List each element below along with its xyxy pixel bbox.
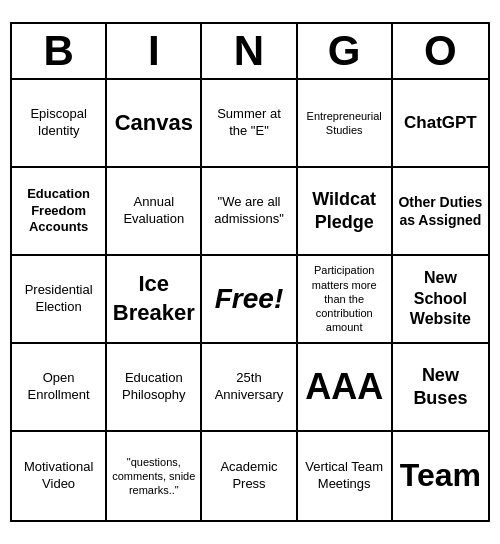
bingo-cell-5: Education Freedom Accounts bbox=[12, 168, 107, 256]
cell-text-0: Episcopal Identity bbox=[16, 106, 101, 140]
cell-text-4: ChatGPT bbox=[404, 112, 477, 134]
bingo-cell-20: Motivational Video bbox=[12, 432, 107, 520]
bingo-cell-16: Education Philosophy bbox=[107, 344, 202, 432]
cell-text-19: New Buses bbox=[397, 364, 484, 411]
cell-text-8: Wildcat Pledge bbox=[302, 188, 387, 235]
header-letter-g: G bbox=[298, 24, 393, 78]
bingo-cell-2: Summer at the "E" bbox=[202, 80, 297, 168]
cell-text-16: Education Philosophy bbox=[111, 370, 196, 404]
bingo-cell-7: "We are all admissions" bbox=[202, 168, 297, 256]
bingo-cell-10: Presidential Election bbox=[12, 256, 107, 344]
bingo-cell-13: Participation matters more than the cont… bbox=[298, 256, 393, 344]
bingo-cell-6: Annual Evaluation bbox=[107, 168, 202, 256]
bingo-cell-24: Team bbox=[393, 432, 488, 520]
bingo-cell-19: New Buses bbox=[393, 344, 488, 432]
cell-text-23: Vertical Team Meetings bbox=[302, 459, 387, 493]
bingo-cell-18: AAA bbox=[298, 344, 393, 432]
cell-text-17: 25th Anniversary bbox=[206, 370, 291, 404]
header-letter-b: B bbox=[12, 24, 107, 78]
cell-text-13: Participation matters more than the cont… bbox=[302, 263, 387, 334]
cell-text-7: "We are all admissions" bbox=[206, 194, 291, 228]
cell-text-1: Canvas bbox=[115, 109, 193, 138]
bingo-cell-0: Episcopal Identity bbox=[12, 80, 107, 168]
bingo-cell-15: Open Enrollment bbox=[12, 344, 107, 432]
cell-text-20: Motivational Video bbox=[16, 459, 101, 493]
bingo-cell-8: Wildcat Pledge bbox=[298, 168, 393, 256]
bingo-cell-21: "questions, comments, snide remarks.." bbox=[107, 432, 202, 520]
bingo-cell-4: ChatGPT bbox=[393, 80, 488, 168]
cell-text-5: Education Freedom Accounts bbox=[16, 186, 101, 237]
cell-text-3: Entrepreneurial Studies bbox=[302, 109, 387, 138]
bingo-cell-3: Entrepreneurial Studies bbox=[298, 80, 393, 168]
header-letter-n: N bbox=[202, 24, 297, 78]
bingo-card: BINGO Episcopal IdentityCanvasSummer at … bbox=[10, 22, 490, 522]
cell-text-18: AAA bbox=[305, 364, 383, 411]
cell-text-6: Annual Evaluation bbox=[111, 194, 196, 228]
bingo-cell-14: New School Website bbox=[393, 256, 488, 344]
cell-text-12: Free! bbox=[215, 281, 283, 317]
bingo-cell-1: Canvas bbox=[107, 80, 202, 168]
bingo-grid: Episcopal IdentityCanvasSummer at the "E… bbox=[12, 80, 488, 520]
cell-text-14: New School Website bbox=[397, 268, 484, 330]
bingo-cell-17: 25th Anniversary bbox=[202, 344, 297, 432]
cell-text-15: Open Enrollment bbox=[16, 370, 101, 404]
header-letter-i: I bbox=[107, 24, 202, 78]
bingo-cell-9: Other Duties as Assigned bbox=[393, 168, 488, 256]
cell-text-21: "questions, comments, snide remarks.." bbox=[111, 455, 196, 498]
bingo-cell-11: Ice Breaker bbox=[107, 256, 202, 344]
cell-text-11: Ice Breaker bbox=[111, 270, 196, 327]
bingo-cell-22: Academic Press bbox=[202, 432, 297, 520]
bingo-cell-12: Free! bbox=[202, 256, 297, 344]
bingo-cell-23: Vertical Team Meetings bbox=[298, 432, 393, 520]
cell-text-24: Team bbox=[400, 455, 481, 497]
cell-text-2: Summer at the "E" bbox=[206, 106, 291, 140]
header-letter-o: O bbox=[393, 24, 488, 78]
cell-text-22: Academic Press bbox=[206, 459, 291, 493]
cell-text-9: Other Duties as Assigned bbox=[397, 193, 484, 229]
cell-text-10: Presidential Election bbox=[16, 282, 101, 316]
bingo-header: BINGO bbox=[12, 24, 488, 80]
